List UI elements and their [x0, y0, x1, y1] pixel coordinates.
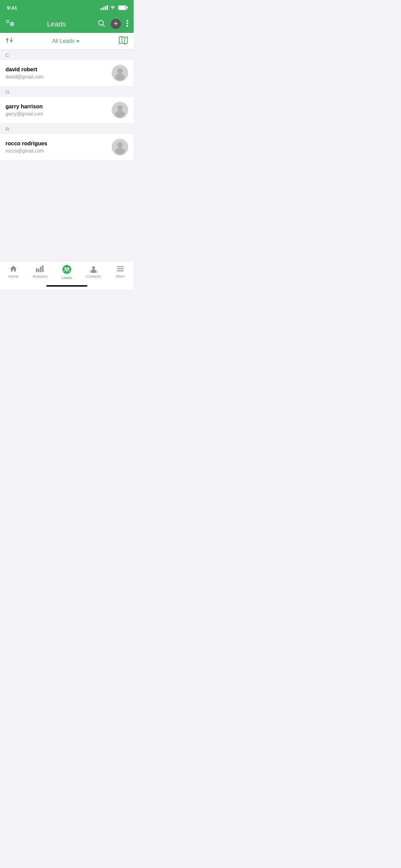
lead-info: david robert david@gmail.com — [5, 67, 112, 80]
svg-point-44 — [92, 266, 95, 269]
search-icon[interactable] — [98, 20, 105, 29]
app-wrapper: 9:41 — [0, 0, 134, 289]
map-icon[interactable] — [119, 36, 128, 47]
svg-point-3 — [12, 24, 13, 25]
nav-contacts-label: Contacts — [86, 274, 101, 278]
lead-email: david@gmail.com — [5, 74, 112, 80]
lead-item-rocco-rodrigues[interactable]: rocco rodrigues rocco@gmail.com — [0, 134, 134, 160]
header-left — [5, 19, 15, 29]
section-header-g: G — [0, 86, 134, 97]
nav-item-leads[interactable]: Leads — [53, 265, 80, 280]
section-header-r: R — [0, 123, 134, 134]
avatar — [112, 102, 128, 118]
svg-point-30 — [115, 111, 125, 118]
svg-point-26 — [117, 68, 123, 74]
nav-item-more[interactable]: More — [107, 265, 134, 278]
lead-name: rocco rodrigues — [5, 141, 112, 147]
lead-item-david-robert[interactable]: david robert david@gmail.com — [0, 60, 134, 86]
leads-icon — [62, 265, 72, 274]
svg-line-8 — [11, 23, 11, 23]
sort-icon[interactable] — [5, 36, 13, 46]
lead-email: rocco@gmail.com — [5, 148, 112, 154]
all-leads-filter[interactable]: All Leads — [52, 38, 80, 44]
add-button[interactable]: + — [111, 19, 121, 29]
leads-list: C david robert david@gmail.com G garry h… — [0, 49, 134, 289]
svg-rect-47 — [117, 268, 124, 269]
settings-icon[interactable] — [5, 19, 15, 29]
battery-icon — [118, 5, 127, 10]
nav-item-home[interactable]: Home — [0, 265, 27, 278]
section-header-c: C — [0, 49, 134, 60]
nav-item-contacts[interactable]: Contacts — [80, 265, 107, 278]
analytics-icon — [36, 265, 45, 273]
lead-name: david robert — [5, 67, 112, 73]
svg-point-29 — [117, 105, 123, 111]
svg-point-39 — [64, 267, 66, 269]
svg-line-10 — [11, 25, 11, 25]
home-indicator — [46, 285, 87, 287]
wifi-icon — [110, 5, 116, 10]
lead-info: rocco rodrigues rocco@gmail.com — [5, 141, 112, 154]
lead-info: garry harrison garry@gmail.com — [5, 104, 112, 117]
home-icon — [9, 265, 17, 273]
svg-point-33 — [115, 148, 125, 155]
svg-point-27 — [115, 74, 125, 81]
svg-rect-35 — [38, 269, 39, 272]
svg-line-13 — [103, 24, 105, 26]
nav-analytics-label: Analytics — [33, 274, 48, 278]
avatar — [112, 65, 128, 81]
svg-point-32 — [117, 142, 123, 148]
svg-point-15 — [126, 22, 128, 24]
svg-point-16 — [126, 25, 128, 27]
nav-more-label: More — [116, 274, 124, 278]
svg-point-14 — [126, 20, 128, 22]
avatar — [112, 139, 128, 155]
filter-label: All Leads — [52, 38, 75, 44]
header-title: Leads — [15, 20, 98, 28]
lead-name: garry harrison — [5, 104, 112, 110]
nav-home-label: Home — [8, 274, 18, 278]
lead-item-garry-harrison[interactable]: garry harrison garry@gmail.com — [0, 97, 134, 123]
dropdown-arrow-icon — [76, 40, 80, 43]
svg-point-40 — [67, 267, 69, 269]
nav-item-analytics[interactable]: Analytics — [27, 265, 53, 278]
signal-bars-icon — [100, 5, 108, 10]
nav-leads-label: Leads — [62, 276, 72, 280]
filter-bar: All Leads — [0, 33, 134, 49]
app-header: Leads + — [0, 15, 134, 33]
status-icons — [100, 5, 127, 10]
svg-line-9 — [13, 25, 13, 25]
contacts-icon — [89, 265, 98, 273]
status-time: 9:41 — [7, 5, 17, 11]
more-icon — [116, 265, 124, 273]
svg-rect-46 — [117, 266, 124, 267]
svg-rect-48 — [117, 270, 124, 272]
more-options-icon[interactable] — [126, 20, 128, 28]
svg-line-11 — [13, 23, 13, 23]
lead-email: garry@gmail.com — [5, 111, 112, 117]
status-bar: 9:41 — [0, 0, 134, 15]
header-actions: + — [98, 19, 128, 29]
